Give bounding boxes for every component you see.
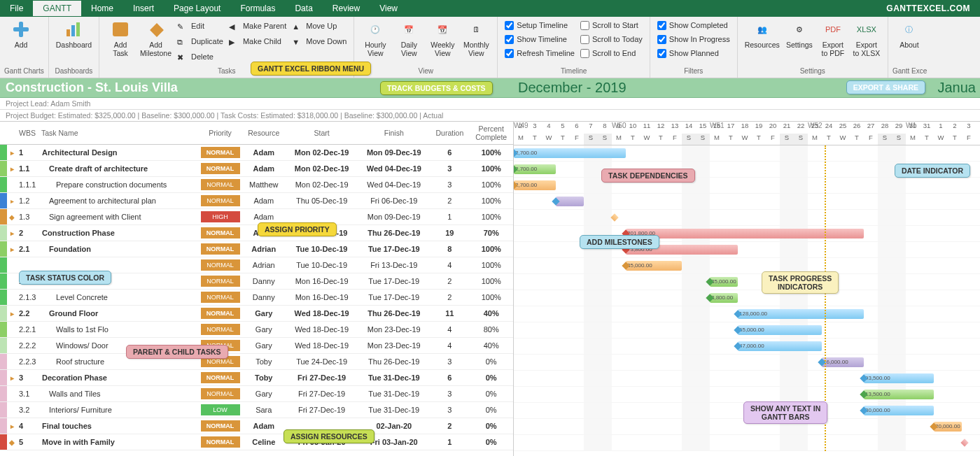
group-label: Filters bbox=[654, 66, 733, 76]
menu-item-formulas[interactable]: Formulas bbox=[230, 1, 285, 16]
gantt-row bbox=[514, 210, 980, 226]
table-row[interactable]: 3.2Interiors/ FurnitureLOWSaraFri 27-Dec… bbox=[0, 402, 513, 418]
dashboard-button[interactable]: Dashboard bbox=[53, 18, 94, 50]
gantt-bar[interactable]: 2,700.00 bbox=[514, 148, 626, 158]
table-row[interactable]: 1.1.1Prepare construction documentsNORMA… bbox=[0, 177, 513, 193]
scroll-start-check[interactable]: Scroll to Start bbox=[578, 18, 645, 32]
column-header[interactable]: Duration bbox=[430, 122, 469, 145]
column-header[interactable]: Resource bbox=[242, 122, 286, 145]
setup-timeline-check[interactable]: Setup Timeline bbox=[502, 18, 578, 32]
scroll-end-check[interactable]: Scroll to End bbox=[578, 46, 645, 60]
add-task-button[interactable]: Add Task bbox=[104, 18, 137, 59]
callout-parent-child: PARENT & CHILD TASKS bbox=[126, 345, 228, 359]
hourly-view-button[interactable]: 🕐Hourly View bbox=[358, 18, 392, 59]
move-up-button[interactable]: ▲Move Up bbox=[289, 18, 349, 34]
add-milestone-button[interactable]: Add Milestone bbox=[137, 18, 174, 59]
menu-item-data[interactable]: Data bbox=[285, 1, 322, 16]
table-row[interactable]: ▸2Construction PhaseNORMALAdamTue 10-Dec… bbox=[0, 225, 513, 241]
table-row[interactable]: 2.2.2Windows/ DoorNORMALGaryWed 18-Dec-1… bbox=[0, 338, 513, 354]
make-child-button[interactable]: ▶Make Child bbox=[226, 34, 289, 49]
menu-item-review[interactable]: Review bbox=[323, 1, 370, 16]
about-button[interactable]: ⓘAbout bbox=[892, 18, 926, 50]
duplicate-button[interactable]: ⧉Duplicate bbox=[174, 34, 226, 49]
svg-rect-5 bbox=[113, 22, 128, 36]
show-planned-check[interactable]: Show Planned bbox=[654, 46, 733, 60]
export-xlsx-button[interactable]: XLSXExport to XLSX bbox=[850, 18, 883, 59]
week-icon: 📆 bbox=[433, 20, 452, 39]
menu-item-insert[interactable]: Insert bbox=[123, 1, 164, 16]
resources-button[interactable]: 👥Resources bbox=[742, 18, 783, 50]
table-row[interactable]: ◆1.3Sign agreement with ClientHIGHAdamMo… bbox=[0, 209, 513, 225]
settings-button[interactable]: ⚙Settings bbox=[783, 18, 816, 50]
edit-button[interactable]: ✎Edit bbox=[174, 18, 226, 34]
move-down-button[interactable]: ▼Move Down bbox=[289, 34, 349, 49]
weekly-view-button[interactable]: 📆Weekly View bbox=[426, 18, 459, 59]
gantt-bar[interactable]: 93,500.00 bbox=[864, 373, 934, 383]
gantt-bar[interactable]: 20,000.00 bbox=[934, 422, 962, 432]
column-header[interactable]: Task Name bbox=[39, 122, 199, 145]
monthly-label: Monthly View bbox=[463, 41, 489, 57]
show-completed-check[interactable]: Show Completed bbox=[654, 18, 733, 32]
show-inprogress-check[interactable]: Show In Progress bbox=[654, 32, 733, 46]
scroll-today-check[interactable]: Scroll to Today bbox=[578, 32, 645, 46]
menu-item-file[interactable]: File bbox=[0, 1, 33, 16]
table-row[interactable]: ▸1.1Create draft of architectureNORMALAd… bbox=[0, 161, 513, 177]
table-row[interactable]: ▸4Final touchesNORMALAdam02-Jan-2020% bbox=[0, 418, 513, 434]
gantt-bar[interactable]: 16,000.00 bbox=[822, 357, 864, 367]
table-row[interactable]: ▸3Decoration PhaseNORMALTobyFri 27-Dec-1… bbox=[0, 370, 513, 386]
gantt-row bbox=[514, 194, 980, 210]
menu-item-home[interactable]: Home bbox=[81, 1, 123, 16]
menu-item-gantt[interactable]: GANTT bbox=[33, 1, 81, 16]
table-row[interactable]: ▸1.2Agreement to architectural planNORMA… bbox=[0, 193, 513, 209]
refresh-timeline-check[interactable]: Refresh Timeline bbox=[502, 46, 578, 60]
gantt-row: 35,000.00 bbox=[514, 258, 980, 274]
gantt-bar[interactable]: 13,500.00 bbox=[864, 390, 934, 399]
gantt-bar[interactable] bbox=[556, 197, 584, 206]
gantt-bar[interactable] bbox=[610, 213, 618, 221]
gantt-bar[interactable] bbox=[960, 439, 968, 446]
milestone-icon bbox=[146, 20, 166, 39]
table-row[interactable]: ▸2.2Ground FloorNORMALGaryWed 18-Dec-19T… bbox=[0, 306, 513, 322]
column-header[interactable]: Priority bbox=[199, 122, 242, 145]
menu-item-view[interactable]: View bbox=[370, 1, 407, 16]
gantt-bar[interactable]: 2,700.00 bbox=[514, 164, 556, 174]
column-header[interactable]: Start bbox=[286, 122, 358, 145]
add-chart-button[interactable]: Add bbox=[4, 18, 38, 50]
make-parent-button[interactable]: ◀Make Parent bbox=[226, 18, 289, 34]
gantt-bar[interactable]: 80,000.00 bbox=[864, 406, 934, 415]
column-header[interactable] bbox=[7, 122, 17, 145]
column-header[interactable]: WBS bbox=[17, 122, 39, 145]
day-icon: 📅 bbox=[399, 20, 419, 39]
table-row[interactable]: 2.2.3Roof structureNORMALTobyTue 24-Dec-… bbox=[0, 354, 513, 370]
table-row[interactable]: ▸2.1FoundationNORMALAdrianTue 10-Dec-19T… bbox=[0, 241, 513, 257]
gantt-bar[interactable]: 65,000.00 bbox=[738, 325, 822, 335]
show-timeline-check[interactable]: Show Timeline bbox=[502, 32, 578, 46]
gantt-panel[interactable]: W49W50W51W52W1 2345678910111213141516171… bbox=[514, 122, 980, 456]
project-title: Construction - St. Louis Villa bbox=[6, 80, 178, 95]
gantt-bar[interactable]: 128,000.00 bbox=[738, 309, 864, 319]
table-row[interactable]: 2.1.3Level ConcreteNORMALDannyMon 16-Dec… bbox=[0, 290, 513, 306]
edit-label: Edit bbox=[191, 20, 204, 32]
delete-button[interactable]: ✖Delete bbox=[174, 49, 226, 64]
project-title-bar: Construction - St. Louis Villa December … bbox=[0, 78, 980, 98]
monthly-view-button[interactable]: 🗓Monthly View bbox=[459, 18, 493, 59]
timeline-dow: MTWTFSSMTWTFSSMTWTFSSMTWTFSSMTWTF bbox=[514, 134, 980, 145]
column-header[interactable]: Finish bbox=[358, 122, 430, 145]
svg-rect-2 bbox=[66, 29, 70, 36]
table-row[interactable]: 3.1Walls and TilesNORMALGaryFri 27-Dec-1… bbox=[0, 386, 513, 402]
gantt-bar[interactable]: 3,800.00 bbox=[710, 293, 738, 303]
column-header[interactable] bbox=[0, 122, 7, 145]
gantt-bar[interactable]: 2,700.00 bbox=[514, 180, 556, 190]
gantt-bar[interactable]: 35,000.00 bbox=[710, 277, 738, 287]
gantt-bar[interactable]: 35,000.00 bbox=[626, 261, 682, 271]
daily-view-button[interactable]: 📅Daily View bbox=[392, 18, 426, 59]
gantt-bar[interactable]: 201,800.00 bbox=[626, 229, 864, 238]
column-header[interactable]: PercentComplete bbox=[469, 122, 513, 145]
callout-status-color: TASK STATUS COLOR bbox=[19, 271, 111, 285]
export-pdf-button[interactable]: PDFExport to PDF bbox=[816, 18, 850, 59]
menu-item-page-layout[interactable]: Page Layout bbox=[164, 1, 230, 16]
table-row[interactable]: ▸1Architectural DesignNORMALAdamMon 02-D… bbox=[0, 145, 513, 161]
table-row[interactable]: ◆5Move in with FamilyNORMALCelineFri 03-… bbox=[0, 434, 513, 450]
table-row[interactable]: 2.2.1Walls to 1st FloNORMALGaryWed 18-De… bbox=[0, 322, 513, 338]
gantt-bar[interactable]: 47,000.00 bbox=[738, 341, 822, 351]
